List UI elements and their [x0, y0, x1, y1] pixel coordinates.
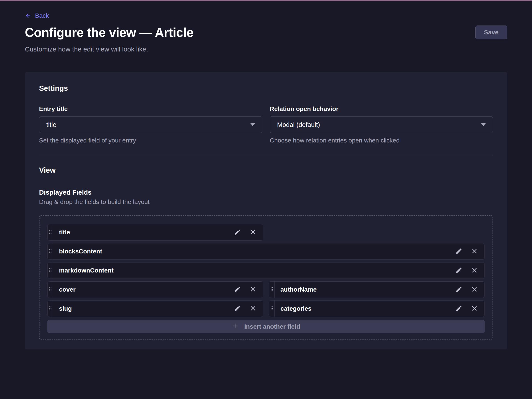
back-link[interactable]: Back: [25, 12, 49, 19]
remove-field-button[interactable]: [471, 305, 478, 312]
pencil-icon: [234, 286, 241, 293]
relation-behavior-hint: Choose how relation entries open when cl…: [270, 137, 493, 144]
remove-field-button[interactable]: [250, 305, 256, 312]
drag-dots-icon: [49, 230, 52, 235]
field-actions: [456, 243, 484, 260]
chevron-down-icon: [250, 123, 255, 126]
field-name: categories: [275, 305, 456, 312]
pencil-icon: [234, 305, 241, 312]
settings-card: Settings Entry title title Set the displ…: [25, 72, 507, 349]
close-icon: [471, 248, 478, 255]
remove-field-button[interactable]: [250, 286, 256, 293]
close-icon: [250, 229, 256, 236]
settings-form: Entry title title Set the displayed fiel…: [39, 105, 493, 144]
remove-field-button[interactable]: [250, 229, 256, 236]
field-actions: [234, 301, 263, 317]
close-icon: [471, 267, 478, 274]
edit-field-button[interactable]: [234, 286, 241, 293]
edit-field-button[interactable]: [456, 286, 462, 293]
drag-dots-icon: [49, 249, 52, 254]
drag-dots-icon: [49, 268, 52, 273]
edit-field-button[interactable]: [456, 305, 462, 312]
insert-field-button[interactable]: Insert another field: [47, 320, 485, 333]
remove-field-button[interactable]: [471, 248, 478, 255]
settings-heading: Settings: [39, 84, 493, 93]
field-chip[interactable]: categories: [269, 300, 485, 317]
edit-field-button[interactable]: [234, 228, 241, 236]
plus-icon: [232, 323, 239, 331]
drag-handle[interactable]: [48, 282, 53, 298]
close-icon: [471, 305, 478, 312]
drag-handle[interactable]: [269, 282, 275, 298]
relation-behavior-label: Relation open behavior: [270, 105, 493, 113]
field-name: markdownContent: [53, 267, 456, 274]
arrow-left-icon: [25, 13, 32, 19]
drag-dots-icon: [270, 306, 273, 311]
drag-handle[interactable]: [269, 301, 275, 317]
pencil-icon: [456, 267, 462, 274]
drag-handle[interactable]: [48, 243, 53, 260]
page-subtitle: Customize how the edit view will look li…: [25, 45, 507, 53]
insert-field-label: Insert another field: [244, 323, 300, 330]
field-name: blocksContent: [53, 248, 456, 255]
pencil-icon: [234, 228, 241, 236]
entry-title-select[interactable]: title: [39, 116, 262, 133]
drag-handle[interactable]: [48, 301, 53, 317]
layout-drop-zone: title: [39, 215, 493, 340]
chevron-down-icon: [481, 123, 486, 126]
close-icon: [471, 286, 478, 293]
relation-behavior-field: Relation open behavior Modal (default) C…: [270, 105, 493, 144]
displayed-fields-label: Displayed Fields: [39, 189, 493, 196]
field-actions: [234, 282, 263, 298]
field-chip[interactable]: authorName: [269, 281, 485, 298]
drag-handle[interactable]: [48, 224, 53, 240]
entry-title-hint: Set the displayed field of your entry: [39, 137, 262, 144]
edit-field-button[interactable]: [234, 305, 241, 312]
save-button[interactable]: Save: [475, 25, 507, 39]
edit-field-button[interactable]: [456, 267, 462, 274]
field-name: slug: [53, 305, 234, 312]
relation-behavior-select-value: Modal (default): [277, 121, 320, 128]
field-chip[interactable]: blocksContent: [47, 243, 485, 260]
field-chip[interactable]: slug: [47, 300, 263, 317]
remove-field-button[interactable]: [471, 267, 478, 274]
field-chip[interactable]: cover: [47, 281, 263, 298]
entry-title-select-value: title: [46, 121, 56, 128]
drag-handle[interactable]: [48, 263, 53, 279]
configure-view-page: Back Configure the view — Article Save C…: [0, 0, 532, 399]
view-heading: View: [39, 166, 493, 174]
field-rows: title: [47, 224, 485, 333]
back-link-label: Back: [35, 12, 49, 19]
displayed-fields-hint: Drag & drop the fields to build the layo…: [39, 198, 493, 205]
close-icon: [250, 286, 256, 293]
relation-behavior-select[interactable]: Modal (default): [270, 116, 493, 133]
field-chip[interactable]: title: [47, 224, 263, 241]
field-name: title: [53, 229, 234, 236]
pencil-icon: [456, 286, 462, 293]
page-title: Configure the view — Article: [25, 25, 193, 40]
pencil-icon: [456, 305, 462, 312]
field-name: authorName: [275, 286, 456, 293]
pencil-icon: [456, 248, 462, 255]
field-actions: [456, 282, 484, 298]
field-actions: [456, 263, 484, 279]
field-actions: [456, 301, 484, 317]
drag-dots-icon: [270, 287, 273, 292]
page-header: Configure the view — Article Save: [25, 25, 507, 40]
close-icon: [250, 305, 256, 312]
drag-dots-icon: [49, 287, 52, 292]
entry-title-label: Entry title: [39, 105, 262, 113]
entry-title-field: Entry title title Set the displayed fiel…: [39, 105, 262, 144]
section-divider: [39, 156, 493, 156]
field-name: cover: [53, 286, 234, 293]
field-actions: [234, 224, 263, 240]
field-chip[interactable]: markdownContent: [47, 262, 485, 279]
drag-dots-icon: [49, 306, 52, 311]
edit-field-button[interactable]: [456, 248, 462, 255]
remove-field-button[interactable]: [471, 286, 478, 293]
